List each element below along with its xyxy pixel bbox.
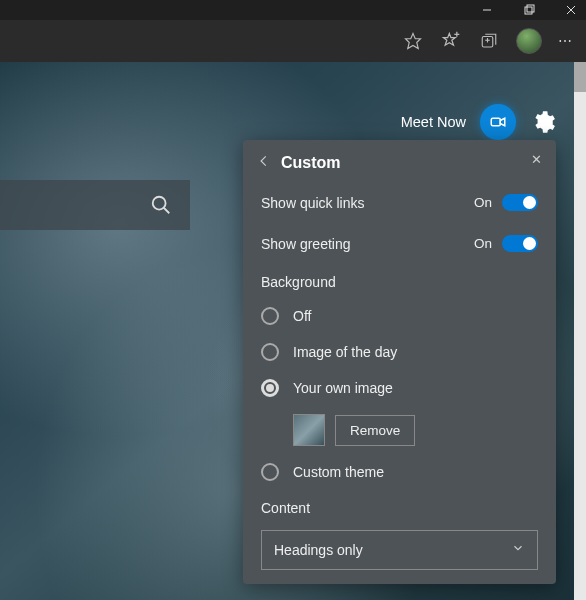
profile-avatar[interactable] bbox=[516, 28, 542, 54]
quick-links-row: Show quick links On bbox=[243, 182, 556, 223]
quick-links-state: On bbox=[474, 195, 492, 210]
radio-icon bbox=[261, 307, 279, 325]
greeting-toggle[interactable] bbox=[502, 235, 538, 252]
greeting-row: Show greeting On bbox=[243, 223, 556, 264]
search-bar[interactable] bbox=[0, 180, 190, 230]
content-dropdown[interactable]: Headings only bbox=[261, 530, 538, 570]
svg-marker-13 bbox=[500, 118, 505, 126]
back-icon[interactable] bbox=[257, 154, 271, 172]
custom-settings-panel: Custom ✕ Show quick links On Show greeti… bbox=[243, 140, 556, 584]
quick-links-label: Show quick links bbox=[261, 195, 365, 211]
search-icon bbox=[150, 194, 172, 216]
background-option-own-image[interactable]: Your own image bbox=[243, 370, 556, 406]
remove-image-button[interactable]: Remove bbox=[335, 415, 415, 446]
minimize-button[interactable] bbox=[480, 3, 494, 17]
dropdown-selected: Headings only bbox=[274, 542, 363, 558]
radio-label: Off bbox=[293, 308, 311, 324]
background-option-custom-theme[interactable]: Custom theme bbox=[243, 454, 556, 490]
svg-point-14 bbox=[153, 197, 166, 210]
own-image-controls: Remove bbox=[243, 406, 556, 454]
favorites-list-icon[interactable] bbox=[440, 30, 462, 52]
radio-label: Your own image bbox=[293, 380, 393, 396]
scrollbar-track[interactable] bbox=[574, 62, 586, 600]
panel-title: Custom bbox=[281, 154, 341, 172]
greeting-label: Show greeting bbox=[261, 236, 351, 252]
meet-now-button[interactable] bbox=[480, 104, 516, 140]
scrollbar-thumb[interactable] bbox=[574, 62, 586, 92]
radio-label: Custom theme bbox=[293, 464, 384, 480]
new-tab-content: Meet Now Custom ✕ Show quick links On Sh… bbox=[0, 62, 586, 600]
panel-header: Custom ✕ bbox=[243, 140, 556, 182]
close-button[interactable] bbox=[564, 3, 578, 17]
background-option-image-of-day[interactable]: Image of the day bbox=[243, 334, 556, 370]
radio-icon bbox=[261, 379, 279, 397]
svg-marker-6 bbox=[444, 34, 456, 46]
page-settings-gear-icon[interactable] bbox=[530, 109, 556, 135]
close-panel-icon[interactable]: ✕ bbox=[531, 152, 542, 167]
svg-marker-5 bbox=[406, 34, 421, 49]
image-thumbnail[interactable] bbox=[293, 414, 325, 446]
radio-label: Image of the day bbox=[293, 344, 397, 360]
svg-rect-2 bbox=[527, 5, 534, 12]
chevron-down-icon bbox=[511, 541, 525, 559]
greeting-state: On bbox=[474, 236, 492, 251]
meet-now-label: Meet Now bbox=[401, 114, 466, 130]
more-menu-icon[interactable]: ⋯ bbox=[558, 33, 574, 49]
window-titlebar bbox=[0, 0, 586, 20]
svg-line-15 bbox=[164, 208, 170, 214]
svg-rect-1 bbox=[525, 7, 532, 14]
radio-icon bbox=[261, 463, 279, 481]
page-topbar: Meet Now bbox=[401, 104, 556, 140]
radio-icon bbox=[261, 343, 279, 361]
favorite-star-icon[interactable] bbox=[402, 30, 424, 52]
background-section-label: Background bbox=[243, 264, 556, 298]
maximize-button[interactable] bbox=[522, 3, 536, 17]
svg-rect-12 bbox=[491, 118, 500, 126]
collections-icon[interactable] bbox=[478, 30, 500, 52]
quick-links-toggle[interactable] bbox=[502, 194, 538, 211]
browser-toolbar: ⋯ bbox=[0, 20, 586, 62]
content-section-label: Content bbox=[243, 490, 556, 524]
background-option-off[interactable]: Off bbox=[243, 298, 556, 334]
